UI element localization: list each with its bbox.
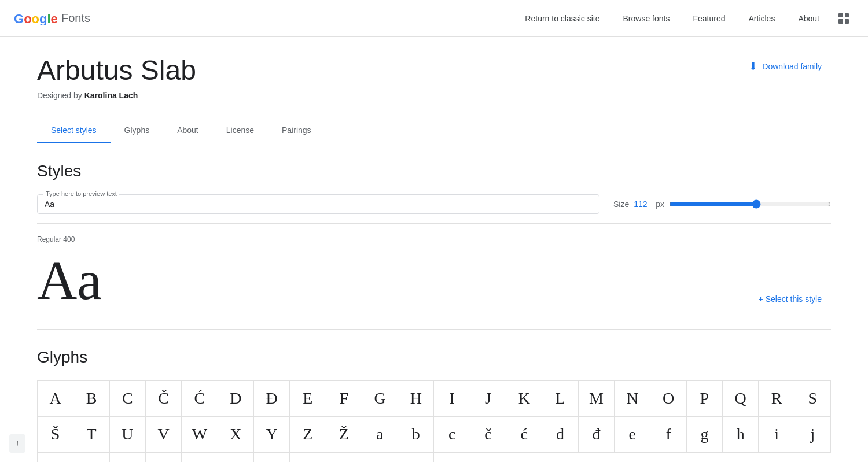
tab-pairings[interactable]: Pairings [268,119,325,143]
glyph-cell[interactable]: š [362,453,398,462]
glyph-cell[interactable]: B [73,381,109,417]
glyph-cell[interactable]: e [615,417,650,453]
glyph-cell[interactable]: b [398,417,434,453]
glyphs-title: Glyphs [37,348,831,367]
glyph-cell[interactable]: m [110,453,146,462]
style-divider [37,329,831,330]
preview-label: Type here to preview text [43,190,119,197]
select-style-label: Select this style [766,294,822,304]
glyph-cell[interactable]: k [38,453,73,462]
glyph-cell[interactable]: n [146,453,182,462]
glyph-cell[interactable]: E [290,381,326,417]
glyph-cell[interactable]: v [470,453,506,462]
glyph-cell[interactable]: U [110,417,146,453]
header: Google Fonts Return to classic site Brow… [0,0,868,37]
glyph-cell[interactable]: č [470,417,506,453]
glyph-cell[interactable]: g [687,417,723,453]
main-nav: Return to classic site Browse fonts Feat… [516,8,854,29]
font-preview-text: Aa [37,253,102,308]
glyph-cell[interactable]: đ [579,417,615,453]
glyph-cell[interactable]: T [73,417,109,453]
glyph-cell[interactable]: ć [506,417,542,453]
styles-section: Styles Type here to preview text Size 11… [37,162,831,330]
glyph-cell[interactable]: V [146,417,182,453]
tab-about[interactable]: About [163,119,212,143]
glyph-cell[interactable]: K [506,381,542,417]
tab-glyphs[interactable]: Glyphs [111,119,164,143]
glyph-cell[interactable]: l [73,453,109,462]
browse-fonts-link[interactable]: Browse fonts [614,9,679,28]
glyph-cell[interactable]: P [687,381,723,417]
feedback-button[interactable]: ! [9,434,25,453]
font-title-section: Arbutus Slab Designed by Karolina Lach ⬇… [37,56,831,100]
style-preview-row: Aa + Select this style [37,253,831,308]
glyph-cell[interactable]: Đ [254,381,290,417]
glyph-cell[interactable]: J [470,381,506,417]
return-classic-link[interactable]: Return to classic site [516,9,609,28]
glyph-cell[interactable]: C [110,381,146,417]
font-info: Arbutus Slab Designed by Karolina Lach [37,56,196,100]
tab-bar: Select styles Glyphs About License Pairi… [37,119,831,143]
glyph-cell[interactable]: G [362,381,398,417]
glyphs-grid: ABCČĆDĐEFGHIJKLMNOPQRSŠTUVWXYZŽabcčćdđef… [37,380,831,462]
glyph-cell[interactable]: i [759,417,795,453]
glyph-cell[interactable]: R [759,381,795,417]
glyph-cell[interactable]: d [542,417,578,453]
style-row-regular: Regular 400 Aa + Select this style [37,223,831,320]
glyph-cell[interactable]: p [218,453,254,462]
tab-license[interactable]: License [212,119,268,143]
glyph-cell[interactable]: Č [146,381,182,417]
glyph-cell[interactable]: I [434,381,470,417]
size-slider[interactable] [669,199,831,209]
glyph-cell[interactable]: s [326,453,362,462]
glyph-cell[interactable]: j [795,417,831,453]
glyph-cell[interactable]: a [362,417,398,453]
grid-squares-icon [838,13,849,24]
glyph-cell[interactable]: f [650,417,686,453]
size-label: Size [613,199,629,209]
articles-link[interactable]: Articles [740,9,785,28]
glyph-cell[interactable]: S [795,381,831,417]
glyph-cell[interactable]: Y [254,417,290,453]
download-family-button[interactable]: ⬇ Download family [740,56,831,77]
glyph-cell[interactable]: A [38,381,73,417]
glyph-cell[interactable]: N [615,381,650,417]
font-name: Arbutus Slab [37,56,196,86]
download-icon: ⬇ [749,60,757,73]
google-logo-svg: Google [14,12,57,25]
glyph-cell[interactable]: Ž [326,417,362,453]
preview-controls: Type here to preview text Size 112 px [37,194,831,214]
about-link[interactable]: About [789,9,829,28]
glyph-cell[interactable]: q [254,453,290,462]
glyph-cell[interactable]: t [398,453,434,462]
glyph-cell[interactable]: r [290,453,326,462]
size-value: 112 [634,199,651,209]
plus-icon: + [759,294,763,304]
size-unit: px [656,199,664,209]
glyph-cell[interactable]: h [723,417,759,453]
glyph-cell[interactable]: W [182,417,218,453]
glyph-cell[interactable]: H [398,381,434,417]
select-style-button[interactable]: + Select this style [749,290,831,308]
glyph-cell[interactable]: M [579,381,615,417]
glyph-cell[interactable]: Z [290,417,326,453]
glyph-cell[interactable]: L [542,381,578,417]
font-designer: Designed by Karolina Lach [37,91,196,100]
glyph-cell[interactable]: O [650,381,686,417]
google-fonts-logo[interactable]: Google Fonts [14,12,90,25]
glyph-cell[interactable]: Š [38,417,73,453]
glyph-cell[interactable]: u [434,453,470,462]
preview-text-input[interactable] [45,199,592,209]
glyph-cell[interactable]: F [326,381,362,417]
glyph-cell[interactable]: X [218,417,254,453]
glyph-cell[interactable]: o [182,453,218,462]
glyph-cell[interactable]: w [506,453,542,462]
featured-link[interactable]: Featured [683,9,734,28]
glyph-cell[interactable]: c [434,417,470,453]
grid-icon-button[interactable] [833,8,854,29]
tab-select-styles[interactable]: Select styles [37,119,111,143]
glyph-cell[interactable]: Ć [182,381,218,417]
glyph-cell[interactable]: Q [723,381,759,417]
glyphs-section: Glyphs ABCČĆDĐEFGHIJKLMNOPQRSŠTUVWXYZŽab… [37,348,831,462]
glyph-cell[interactable]: D [218,381,254,417]
